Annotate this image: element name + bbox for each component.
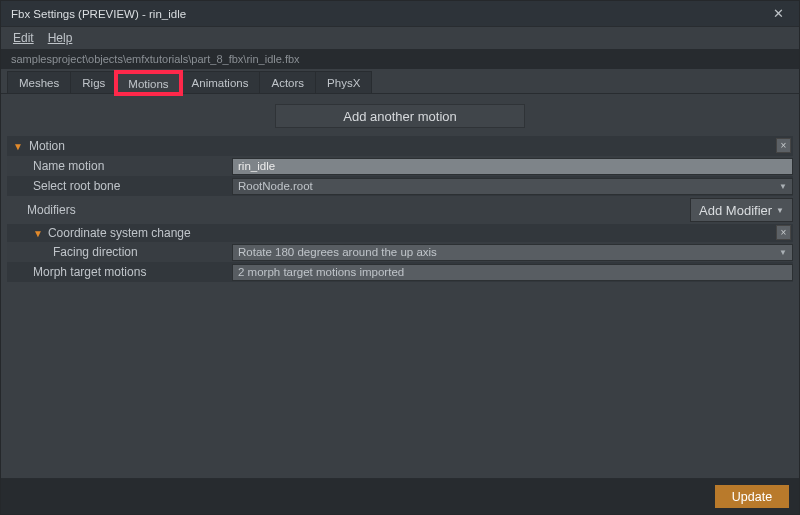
facing-direction-dropdown[interactable]: Rotate 180 degrees around the up axis ▼ xyxy=(232,244,793,261)
update-button[interactable]: Update xyxy=(715,485,789,508)
row-morph-target-motions: Morph target motions 2 morph target moti… xyxy=(7,262,793,282)
tab-rigs[interactable]: Rigs xyxy=(70,71,117,93)
add-motion-row: Add another motion xyxy=(7,98,793,136)
caret-down-icon: ▼ xyxy=(13,141,23,152)
select-root-bone-dropdown[interactable]: RootNode.root ▼ xyxy=(232,178,793,195)
menubar: Edit Help xyxy=(1,27,799,49)
file-path: samplesproject\objects\emfxtutorials\par… xyxy=(11,53,300,65)
coordinate-system-change-title: Coordinate system change xyxy=(48,226,191,240)
dropdown-triangle-icon: ▼ xyxy=(779,182,787,191)
footer-bar: Update xyxy=(1,478,799,514)
row-name-motion: Name motion xyxy=(7,156,793,176)
motion-section-close-icon[interactable]: × xyxy=(776,138,791,153)
dropdown-triangle-icon: ▼ xyxy=(779,248,787,257)
select-root-bone-value: RootNode.root xyxy=(238,180,313,192)
file-path-bar: samplesproject\objects\emfxtutorials\par… xyxy=(1,49,799,69)
tabs: Meshes Rigs Motions Animations Actors Ph… xyxy=(1,69,799,94)
name-motion-input[interactable] xyxy=(232,158,793,175)
morph-target-motions-label: Morph target motions xyxy=(7,265,232,279)
coordinate-system-change-header[interactable]: ▼ Coordinate system change × xyxy=(7,224,793,242)
titlebar: Fbx Settings (PREVIEW) - rin_idle ✕ xyxy=(1,1,799,27)
row-facing-direction: Facing direction Rotate 180 degrees arou… xyxy=(7,242,793,262)
tab-actors[interactable]: Actors xyxy=(259,71,316,93)
name-motion-label: Name motion xyxy=(7,159,232,173)
add-modifier-label: Add Modifier xyxy=(699,203,772,218)
tab-motions[interactable]: Motions xyxy=(116,72,180,94)
tab-physx[interactable]: PhysX xyxy=(315,71,372,93)
tab-meshes[interactable]: Meshes xyxy=(7,71,71,93)
caret-down-icon: ▼ xyxy=(33,228,43,239)
add-modifier-dropdown-icon: ▼ xyxy=(776,206,784,215)
fbx-settings-window: Fbx Settings (PREVIEW) - rin_idle ✕ Edit… xyxy=(0,0,800,515)
facing-direction-value: Rotate 180 degrees around the up axis xyxy=(238,246,437,258)
motion-section-header[interactable]: ▼ Motion × xyxy=(7,136,793,156)
coordinate-system-change-close-icon[interactable]: × xyxy=(776,225,791,240)
add-modifier-button[interactable]: Add Modifier ▼ xyxy=(690,198,793,222)
window-title: Fbx Settings (PREVIEW) - rin_idle xyxy=(11,8,186,20)
tab-animations[interactable]: Animations xyxy=(180,71,261,93)
select-root-bone-label: Select root bone xyxy=(7,179,232,193)
row-modifiers: Modifiers Add Modifier ▼ xyxy=(7,196,793,224)
facing-direction-label: Facing direction xyxy=(7,245,232,259)
modifiers-label: Modifiers xyxy=(27,203,76,217)
menu-edit[interactable]: Edit xyxy=(13,31,34,45)
morph-target-motions-value: 2 morph target motions imported xyxy=(232,264,793,281)
menu-help[interactable]: Help xyxy=(48,31,73,45)
add-another-motion-button[interactable]: Add another motion xyxy=(275,104,525,128)
row-select-root-bone: Select root bone RootNode.root ▼ xyxy=(7,176,793,196)
motion-section-title: Motion xyxy=(29,139,65,153)
close-icon[interactable]: ✕ xyxy=(763,6,793,21)
main-panel: Add another motion ▼ Motion × Name motio… xyxy=(1,94,799,478)
